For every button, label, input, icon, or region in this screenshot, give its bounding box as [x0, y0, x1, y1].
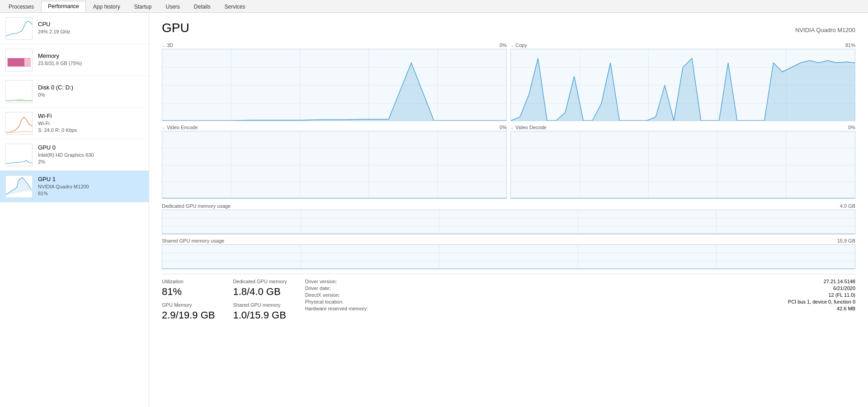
sidebar-wifi-sub1: Wi-Fi: [38, 120, 143, 127]
driver-version-row: Driver version: 27.21.14.5148: [305, 279, 855, 284]
shared-gpu-label: Shared GPU memory: [233, 302, 287, 308]
chart-dedicated-memory-max: 4.0 GB: [840, 203, 855, 209]
dedicated-gpu-label: Dedicated GPU memory: [233, 279, 287, 284]
chart-shared-memory-label: Shared GPU memory usage: [162, 238, 224, 243]
content-area: GPU NVIDIA Quadro M1200 ⌄ 3D 0%: [149, 13, 868, 407]
chart-shared-memory-header: Shared GPU memory usage 15.9 GB: [162, 238, 855, 243]
shared-gpu-value: 1.0/15.9 GB: [233, 309, 287, 321]
sidebar-gpu0-name: GPU 0: [38, 144, 143, 151]
gpu-memory-value: 2.9/19.9 GB: [162, 309, 215, 321]
tab-services[interactable]: Services: [218, 1, 252, 12]
sidebar-item-gpu1[interactable]: GPU 1 NVIDIA Quadro M1200 81%: [0, 171, 149, 202]
info-col-utilization: Utilization 81% GPU Memory 2.9/19.9 GB: [162, 279, 215, 321]
sidebar-thumb-wifi: [5, 112, 33, 135]
chevron-copy-icon: ⌄: [510, 43, 514, 47]
sidebar-disk0-sub: 0%: [38, 92, 143, 98]
sidebar-gpu1-sub1: NVIDIA Quadro M1200: [38, 183, 143, 190]
chart-dedicated-memory-header: Dedicated GPU memory usage 4.0 GB: [162, 203, 855, 209]
driver-date-label: Driver date:: [305, 285, 331, 291]
sidebar-item-cpu[interactable]: CPU 24% 2.19 GHz: [0, 13, 149, 44]
physical-location-row: Physical location: PCI bus 1, device 0, …: [305, 299, 855, 304]
info-col-dedicated: Dedicated GPU memory 1.8/4.0 GB Shared G…: [233, 279, 287, 321]
sidebar-wifi-sub2: S: 24.0 R: 0 Kbps: [38, 127, 143, 134]
sidebar-gpu0-sub2: 2%: [38, 159, 143, 165]
sidebar-item-memory[interactable]: Memory 23.8/31.9 GB (75%): [0, 44, 149, 76]
charts-mid-row: ⌄ Video Encode 0%: [162, 125, 855, 199]
tab-processes[interactable]: Processes: [2, 1, 41, 12]
sidebar-cpu-name: CPU: [38, 21, 143, 28]
directx-label: DirectX version:: [305, 292, 340, 298]
tab-performance[interactable]: Performance: [41, 1, 86, 12]
chart-copy-pct: 81%: [845, 42, 855, 48]
chart-dedicated-memory-box: [162, 210, 855, 234]
dedicated-gpu-value: 1.8/4.0 GB: [233, 286, 287, 298]
device-name: NVIDIA Quadro M1200: [795, 27, 855, 33]
sidebar-info-gpu1: GPU 1 NVIDIA Quadro M1200 81%: [38, 176, 143, 197]
chart-shared-memory-box: [162, 244, 855, 269]
directx-value: 12 (FL 11.0): [828, 292, 855, 298]
chart-3d-label: ⌄ 3D: [162, 42, 173, 48]
info-section: Utilization 81% GPU Memory 2.9/19.9 GB D…: [162, 274, 855, 321]
driver-version-value: 27.21.14.5148: [824, 279, 855, 284]
driver-date-value: 6/21/2020: [833, 285, 855, 291]
chart-dedicated-memory-label: Dedicated GPU memory usage: [162, 203, 231, 209]
physical-location-value: PCI bus 1, device 0, function 0: [788, 299, 855, 304]
physical-location-label: Physical location:: [305, 299, 344, 304]
chart-3d-header: ⌄ 3D 0%: [162, 42, 507, 48]
svg-rect-6: [6, 144, 32, 166]
sidebar-item-gpu0[interactable]: GPU 0 Intel(R) HD Graphics 630 2%: [0, 139, 149, 171]
chart-video-decode-pct: 0%: [848, 125, 855, 130]
chart-3d-box: [162, 49, 507, 121]
chart-shared-memory-max: 15.9 GB: [837, 238, 855, 243]
charts-top-row: ⌄ 3D 0%: [162, 42, 855, 121]
sidebar-wifi-name: Wi-Fi: [38, 112, 143, 119]
tab-details[interactable]: Details: [187, 1, 217, 12]
utilization-value: 81%: [162, 286, 215, 298]
sidebar-item-disk0[interactable]: Disk 0 (C: D:) 0%: [0, 76, 149, 108]
chart-shared-memory-section: Shared GPU memory usage 15.9 GB: [162, 238, 855, 269]
hw-reserved-label: Hardware reserved memory:: [305, 306, 368, 311]
chevron-video-decode-icon: ⌄: [510, 125, 514, 130]
chart-video-encode-box: [162, 131, 507, 199]
info-detail-col-left: Driver version: 27.21.14.5148 Driver dat…: [305, 279, 855, 321]
sidebar-thumb-cpu: [5, 17, 33, 40]
tab-startup[interactable]: Startup: [127, 1, 159, 12]
sidebar: CPU 24% 2.19 GHz Memory 23.8/31.9 GB (75…: [0, 13, 149, 407]
chart-video-decode-box: [510, 131, 855, 199]
svg-rect-0: [6, 18, 32, 39]
chart-video-encode-pct: 0%: [500, 125, 507, 130]
sidebar-cpu-sub: 24% 2.19 GHz: [38, 28, 143, 35]
tab-bar: Processes Performance App history Startu…: [0, 0, 868, 13]
sidebar-info-cpu: CPU 24% 2.19 GHz: [38, 21, 143, 35]
sidebar-memory-name: Memory: [38, 52, 143, 59]
hw-reserved-value: 42.6 MB: [837, 306, 855, 311]
chart-video-encode-label: ⌄ Video Encode: [162, 125, 198, 130]
tab-users[interactable]: Users: [159, 1, 186, 12]
chart-video-decode-header: ⌄ Video Decode 0%: [510, 125, 855, 130]
driver-date-row: Driver date: 6/21/2020: [305, 285, 855, 291]
directx-row: DirectX version: 12 (FL 11.0): [305, 292, 855, 298]
content-header: GPU NVIDIA Quadro M1200: [162, 21, 855, 35]
chart-copy-header: ⌄ Copy 81%: [510, 42, 855, 48]
tab-app-history[interactable]: App history: [86, 1, 127, 12]
sidebar-info-gpu0: GPU 0 Intel(R) HD Graphics 630 2%: [38, 144, 143, 166]
page-title: GPU: [162, 21, 189, 35]
sidebar-info-memory: Memory 23.8/31.9 GB (75%): [38, 52, 143, 67]
chevron-3d-icon: ⌄: [162, 43, 165, 47]
sidebar-thumb-disk: [5, 80, 33, 103]
chevron-video-encode-icon: ⌄: [162, 125, 165, 130]
sidebar-thumb-memory: [5, 49, 33, 71]
utilization-label: Utilization: [162, 279, 215, 284]
chart-dedicated-memory-section: Dedicated GPU memory usage 4.0 GB: [162, 203, 855, 234]
chart-copy-section: ⌄ Copy 81%: [510, 42, 855, 121]
chart-3d-section: ⌄ 3D 0%: [162, 42, 507, 121]
chart-copy-box: [510, 49, 855, 121]
info-details: Driver version: 27.21.14.5148 Driver dat…: [305, 279, 855, 321]
sidebar-gpu1-sub2: 81%: [38, 190, 143, 197]
svg-marker-51: [162, 269, 855, 269]
sidebar-info-disk0: Disk 0 (C: D:) 0%: [38, 84, 143, 98]
svg-rect-3: [8, 58, 24, 66]
chart-video-encode-section: ⌄ Video Encode 0%: [162, 125, 507, 199]
svg-marker-15: [162, 63, 506, 121]
sidebar-item-wifi[interactable]: Wi-Fi Wi-Fi S: 24.0 R: 0 Kbps: [0, 108, 149, 139]
